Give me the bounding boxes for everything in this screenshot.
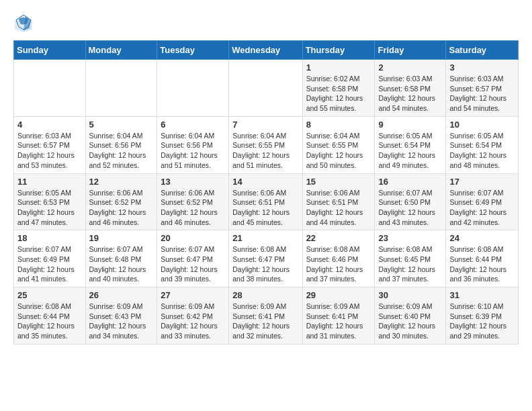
day-info: Sunrise: 6:04 AM Sunset: 6:56 PM Dayligh… [89, 131, 154, 171]
day-info: Sunrise: 6:08 AM Sunset: 6:44 PM Dayligh… [17, 302, 82, 341]
weekday-header-thursday: Thursday [302, 41, 375, 60]
calendar-week-3: 11Sunrise: 6:05 AM Sunset: 6:53 PM Dayli… [14, 173, 519, 230]
calendar-cell: 17Sunrise: 6:07 AM Sunset: 6:49 PM Dayli… [446, 173, 519, 230]
day-number: 15 [306, 177, 371, 187]
day-number: 3 [449, 62, 515, 73]
day-number: 4 [17, 120, 82, 130]
calendar-cell: 21Sunrise: 6:08 AM Sunset: 6:47 PM Dayli… [229, 230, 302, 287]
calendar-cell: 23Sunrise: 6:08 AM Sunset: 6:45 PM Dayli… [375, 230, 446, 287]
day-info: Sunrise: 6:09 AM Sunset: 6:43 PM Dayligh… [89, 302, 154, 341]
day-info: Sunrise: 6:05 AM Sunset: 6:54 PM Dayligh… [378, 131, 442, 171]
calendar-cell: 5Sunrise: 6:04 AM Sunset: 6:56 PM Daylig… [85, 116, 157, 173]
day-number: 31 [449, 290, 515, 300]
day-number: 19 [89, 233, 154, 243]
weekday-header-monday: Monday [85, 41, 157, 60]
calendar-cell: 2Sunrise: 6:03 AM Sunset: 6:58 PM Daylig… [375, 60, 446, 117]
day-number: 18 [17, 233, 82, 243]
day-number: 29 [306, 290, 371, 300]
day-info: Sunrise: 6:06 AM Sunset: 6:51 PM Dayligh… [232, 188, 298, 228]
day-info: Sunrise: 6:03 AM Sunset: 6:58 PM Dayligh… [378, 74, 442, 113]
calendar-cell [229, 60, 302, 117]
day-number: 16 [378, 177, 442, 187]
calendar-week-1: 1Sunrise: 6:02 AM Sunset: 6:58 PM Daylig… [14, 60, 519, 117]
calendar-cell: 19Sunrise: 6:07 AM Sunset: 6:48 PM Dayli… [85, 230, 157, 287]
day-number: 7 [232, 120, 298, 130]
day-number: 5 [89, 120, 154, 130]
day-number: 8 [306, 120, 371, 130]
weekday-header-saturday: Saturday [446, 41, 519, 60]
day-number: 12 [89, 177, 154, 187]
day-info: Sunrise: 6:08 AM Sunset: 6:44 PM Dayligh… [449, 244, 515, 284]
calendar-table: SundayMondayTuesdayWednesdayThursdayFrid… [13, 40, 519, 345]
day-number: 10 [449, 120, 515, 130]
day-number: 25 [17, 290, 82, 300]
calendar-cell [157, 60, 229, 117]
day-number: 2 [378, 62, 442, 73]
day-info: Sunrise: 6:04 AM Sunset: 6:55 PM Dayligh… [232, 131, 298, 171]
day-info: Sunrise: 6:08 AM Sunset: 6:45 PM Dayligh… [378, 244, 442, 284]
day-number: 14 [232, 177, 298, 187]
calendar-cell: 18Sunrise: 6:07 AM Sunset: 6:49 PM Dayli… [14, 230, 86, 287]
calendar-cell: 20Sunrise: 6:07 AM Sunset: 6:47 PM Dayli… [157, 230, 229, 287]
day-number: 28 [232, 290, 298, 300]
day-info: Sunrise: 6:08 AM Sunset: 6:47 PM Dayligh… [232, 244, 298, 284]
day-number: 6 [161, 120, 225, 130]
page-header [13, 13, 519, 34]
calendar-cell: 3Sunrise: 6:03 AM Sunset: 6:57 PM Daylig… [446, 60, 519, 117]
day-number: 23 [378, 233, 442, 243]
day-info: Sunrise: 6:03 AM Sunset: 6:57 PM Dayligh… [449, 74, 515, 113]
day-info: Sunrise: 6:08 AM Sunset: 6:46 PM Dayligh… [306, 244, 371, 284]
logo [13, 13, 36, 34]
day-info: Sunrise: 6:04 AM Sunset: 6:55 PM Dayligh… [306, 131, 371, 171]
day-number: 22 [306, 233, 371, 243]
day-number: 27 [161, 290, 225, 300]
calendar-cell: 29Sunrise: 6:09 AM Sunset: 6:41 PM Dayli… [302, 287, 375, 345]
day-info: Sunrise: 6:06 AM Sunset: 6:52 PM Dayligh… [161, 188, 225, 228]
day-number: 21 [232, 233, 298, 243]
logo-icon [13, 13, 34, 34]
calendar-cell: 1Sunrise: 6:02 AM Sunset: 6:58 PM Daylig… [302, 60, 375, 117]
weekday-header-row: SundayMondayTuesdayWednesdayThursdayFrid… [14, 41, 519, 60]
day-number: 24 [449, 233, 515, 243]
calendar-cell [14, 60, 86, 117]
day-number: 13 [161, 177, 225, 187]
day-number: 11 [17, 177, 82, 187]
calendar-cell: 24Sunrise: 6:08 AM Sunset: 6:44 PM Dayli… [446, 230, 519, 287]
weekday-header-friday: Friday [375, 41, 446, 60]
calendar-cell: 28Sunrise: 6:09 AM Sunset: 6:41 PM Dayli… [229, 287, 302, 345]
weekday-header-wednesday: Wednesday [229, 41, 302, 60]
day-info: Sunrise: 6:09 AM Sunset: 6:42 PM Dayligh… [161, 302, 225, 341]
day-info: Sunrise: 6:06 AM Sunset: 6:52 PM Dayligh… [89, 188, 154, 228]
day-number: 9 [378, 120, 442, 130]
calendar-cell: 12Sunrise: 6:06 AM Sunset: 6:52 PM Dayli… [85, 173, 157, 230]
day-info: Sunrise: 6:05 AM Sunset: 6:53 PM Dayligh… [17, 188, 82, 228]
day-info: Sunrise: 6:10 AM Sunset: 6:39 PM Dayligh… [449, 302, 515, 341]
day-number: 17 [449, 177, 515, 187]
calendar-cell: 15Sunrise: 6:06 AM Sunset: 6:51 PM Dayli… [302, 173, 375, 230]
day-info: Sunrise: 6:07 AM Sunset: 6:48 PM Dayligh… [89, 244, 154, 284]
day-number: 30 [378, 290, 442, 300]
day-info: Sunrise: 6:07 AM Sunset: 6:49 PM Dayligh… [17, 244, 82, 284]
day-info: Sunrise: 6:04 AM Sunset: 6:56 PM Dayligh… [161, 131, 225, 171]
day-number: 20 [161, 233, 225, 243]
day-info: Sunrise: 6:09 AM Sunset: 6:41 PM Dayligh… [306, 302, 371, 341]
calendar-cell: 8Sunrise: 6:04 AM Sunset: 6:55 PM Daylig… [302, 116, 375, 173]
weekday-header-tuesday: Tuesday [157, 41, 229, 60]
day-info: Sunrise: 6:07 AM Sunset: 6:47 PM Dayligh… [161, 244, 225, 284]
calendar-cell [85, 60, 157, 117]
calendar-cell: 30Sunrise: 6:09 AM Sunset: 6:40 PM Dayli… [375, 287, 446, 345]
calendar-cell: 31Sunrise: 6:10 AM Sunset: 6:39 PM Dayli… [446, 287, 519, 345]
calendar-cell: 10Sunrise: 6:05 AM Sunset: 6:54 PM Dayli… [446, 116, 519, 173]
calendar-cell: 14Sunrise: 6:06 AM Sunset: 6:51 PM Dayli… [229, 173, 302, 230]
day-number: 26 [89, 290, 154, 300]
calendar-week-2: 4Sunrise: 6:03 AM Sunset: 6:57 PM Daylig… [14, 116, 519, 173]
calendar-cell: 11Sunrise: 6:05 AM Sunset: 6:53 PM Dayli… [14, 173, 86, 230]
calendar-cell: 7Sunrise: 6:04 AM Sunset: 6:55 PM Daylig… [229, 116, 302, 173]
day-info: Sunrise: 6:09 AM Sunset: 6:40 PM Dayligh… [378, 302, 442, 341]
calendar-cell: 25Sunrise: 6:08 AM Sunset: 6:44 PM Dayli… [14, 287, 86, 345]
day-number: 1 [306, 62, 371, 73]
calendar-cell: 16Sunrise: 6:07 AM Sunset: 6:50 PM Dayli… [375, 173, 446, 230]
calendar-cell: 6Sunrise: 6:04 AM Sunset: 6:56 PM Daylig… [157, 116, 229, 173]
calendar-cell: 4Sunrise: 6:03 AM Sunset: 6:57 PM Daylig… [14, 116, 86, 173]
calendar-cell: 13Sunrise: 6:06 AM Sunset: 6:52 PM Dayli… [157, 173, 229, 230]
